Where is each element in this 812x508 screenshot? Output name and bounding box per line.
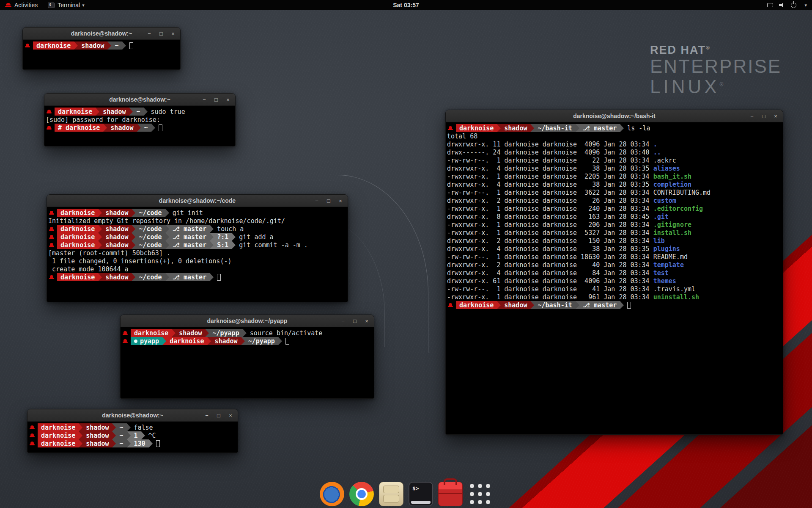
output-text: .git — [653, 213, 669, 221]
window-titlebar[interactable]: darknoise@shadow:~−□× — [27, 409, 238, 422]
display-icon[interactable] — [767, 3, 773, 7]
terminal-body[interactable]: darknoiseshadow~falsedarknoiseshadow~1^C… — [27, 422, 238, 453]
close-button[interactable]: × — [170, 28, 176, 40]
prompt-segment-path: ~ — [133, 108, 143, 116]
terminal-cursor — [627, 302, 631, 309]
output-text: themes — [653, 277, 676, 285]
output-text: total 68 — [447, 133, 477, 140]
terminal-window: darknoise@shadow:~/bash-it−□×darknoisesh… — [445, 110, 783, 435]
output-text: create mode 100644 a — [48, 265, 129, 273]
rhel-logo-line2: ENTERPRISE — [650, 56, 782, 77]
output-text: Initialized empty Git repository in /hom… — [48, 217, 285, 225]
maximize-button[interactable]: □ — [761, 110, 767, 122]
powerline-separator — [151, 124, 155, 132]
maximize-button[interactable]: □ — [352, 315, 358, 327]
chevron-down-icon[interactable]: ▾ — [804, 3, 807, 8]
powerline-separator — [210, 241, 214, 249]
window-titlebar[interactable]: darknoise@shadow:~/code−□× — [47, 195, 348, 207]
output-text: -rw-rw-r--. 1 darknoise darknoise 18630 … — [447, 253, 653, 261]
prompt-segment-user: darknoise — [55, 108, 96, 116]
powerline-separator — [165, 273, 169, 281]
terminal-body[interactable]: darknoiseshadow~sudo true[sudo] password… — [44, 106, 235, 146]
terminal-line: darknoiseshadow~130 — [29, 439, 236, 447]
terminal-line: # darknoiseshadow~ — [46, 124, 234, 132]
prompt-segment-path: ~ — [141, 124, 151, 132]
terminal-line: darknoiseshadow~/codegit init — [48, 209, 346, 217]
terminal-body[interactable]: darknoiseshadow~/bash-it⎇ masterls -lato… — [446, 122, 783, 434]
chrome-icon[interactable] — [349, 482, 374, 506]
terminal-line: -rwxrwxr-x. 1 darknoise darknoise 206 Ja… — [447, 221, 782, 229]
close-button[interactable]: × — [225, 94, 231, 106]
maximize-button[interactable]: □ — [216, 409, 222, 422]
redhat-prompt-icon — [49, 235, 54, 239]
powerline-separator — [165, 241, 169, 249]
powerline-separator — [530, 301, 534, 309]
close-button[interactable]: × — [337, 195, 343, 207]
terminal-window: darknoise@shadow:~/pyapp−□×darknoiseshad… — [120, 315, 374, 399]
command-text: false — [131, 424, 153, 431]
close-button[interactable]: × — [773, 110, 779, 122]
minimize-button[interactable]: − — [201, 94, 207, 106]
terminal-body[interactable]: darknoiseshadow~ — [23, 40, 180, 69]
terminal-body[interactable]: darknoiseshadow~/pyappsource bin/activat… — [121, 327, 374, 398]
maximize-button[interactable]: □ — [326, 195, 332, 207]
terminal-body[interactable]: darknoiseshadow~/codegit initInitialized… — [47, 207, 348, 302]
output-text: .ackrc — [653, 157, 676, 164]
minimize-button[interactable]: − — [314, 195, 320, 207]
powerline-separator — [232, 233, 236, 241]
prompt-segment-user: darknoise — [57, 241, 98, 249]
powerline-separator — [98, 273, 102, 281]
prompt-segment-host: shadow — [102, 241, 132, 249]
maximize-button[interactable]: □ — [213, 94, 219, 106]
toolbox-icon[interactable] — [438, 482, 463, 506]
prompt-segment-user: darknoise — [33, 41, 74, 50]
terminal-line: -rw-rw-r--. 1 darknoise darknoise 41 Jan… — [447, 285, 782, 293]
powerline-separator — [165, 209, 169, 217]
prompt-segment-status: 130 — [131, 439, 149, 447]
output-text: drwxrwxr-x. 4 darknoise darknoise 84 Jan… — [447, 269, 653, 277]
minimize-button[interactable]: − — [204, 409, 210, 422]
output-text: -rwxrwxr-x. 1 darknoise darknoise 2205 J… — [447, 173, 653, 180]
minimize-button[interactable]: − — [340, 315, 346, 327]
system-status-area[interactable]: ▾ — [767, 3, 812, 8]
redhat-prompt-icon — [49, 275, 54, 279]
powerline-separator — [107, 41, 111, 50]
output-text: CONTRIBUTING.md — [653, 189, 710, 196]
terminal-icon[interactable] — [409, 482, 433, 506]
window-controls: −□× — [314, 195, 343, 207]
window-titlebar[interactable]: darknoise@shadow:~−□× — [44, 94, 235, 106]
powerline-separator — [576, 301, 579, 309]
window-titlebar[interactable]: darknoise@shadow:~−□× — [23, 28, 180, 40]
output-text: README.md — [653, 253, 688, 261]
terminal-line: drwxrwxr-x. 4 darknoise darknoise 38 Jan… — [447, 245, 782, 253]
terminal-line: drwxrwxr-x. 2 darknoise darknoise 40 Jan… — [447, 261, 782, 269]
powerline-separator — [207, 337, 211, 345]
terminal-line: -rw-rw-r--. 1 darknoise darknoise 18630 … — [447, 253, 782, 261]
prompt-segment-path: ~/code — [135, 209, 165, 217]
power-icon[interactable] — [791, 3, 796, 8]
close-button[interactable]: × — [228, 409, 233, 422]
window-titlebar[interactable]: darknoise@shadow:~/bash-it−□× — [446, 110, 783, 122]
powerline-separator — [210, 225, 214, 233]
terminal-line: drwxrwxr-x. 11 darknoise darknoise 4096 … — [447, 140, 782, 148]
minimize-button[interactable]: − — [749, 110, 755, 122]
output-text: . — [653, 141, 657, 148]
minimize-button[interactable]: − — [146, 28, 152, 40]
firefox-icon[interactable] — [320, 482, 344, 506]
app-grid-icon[interactable] — [468, 482, 492, 506]
maximize-button[interactable]: □ — [158, 28, 164, 40]
powerline-separator — [122, 41, 126, 50]
window-controls: −□× — [749, 110, 779, 122]
files-icon[interactable] — [379, 482, 403, 506]
window-titlebar[interactable]: darknoise@shadow:~/pyapp−□× — [121, 315, 374, 327]
prompt-segment-user: darknoise — [38, 431, 79, 439]
powerline-separator — [127, 423, 131, 431]
terminal-line: -rwxrwxr-x. 1 darknoise darknoise 2205 J… — [447, 172, 782, 180]
prompt-segment-host: shadow — [99, 108, 129, 116]
prompt-segment-user: darknoise — [38, 439, 79, 447]
close-button[interactable]: × — [364, 315, 370, 327]
clock[interactable]: Sat 03:57 — [0, 2, 812, 8]
prompt-segment-host: shadow — [102, 225, 132, 233]
volume-icon[interactable] — [779, 3, 785, 8]
powerline-separator — [165, 225, 169, 233]
